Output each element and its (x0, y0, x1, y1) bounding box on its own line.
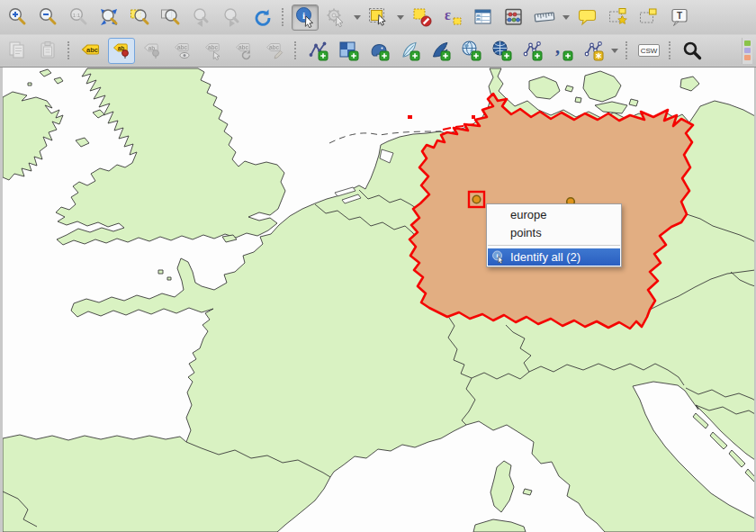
show-bookmarks-button[interactable] (635, 5, 662, 31)
deselect-features-icon (411, 6, 433, 28)
add-wms-layer-button[interactable] (457, 38, 484, 64)
show-hide-labels-button[interactable]: abc (169, 38, 196, 64)
context-menu-item-europe[interactable]: europe (487, 206, 621, 224)
add-raster-layer-button[interactable] (335, 38, 362, 64)
paste-style-icon (37, 40, 58, 61)
toolbar-overflow-button[interactable] (742, 38, 752, 64)
identify-features-button[interactable]: i (292, 5, 319, 31)
identify-context-menu: europe points i Identify all (2) (486, 203, 622, 267)
search-icon (681, 40, 703, 61)
svg-text:abc: abc (177, 44, 188, 50)
toolbar-separator (294, 41, 298, 59)
overflow-swatch-green (744, 41, 751, 46)
statistics-abacus-icon (503, 6, 525, 28)
new-bookmark-icon (608, 6, 629, 28)
statistical-summary-button[interactable] (500, 5, 527, 31)
select-by-expression-button[interactable]: ε (439, 5, 466, 31)
map-navigation-toolbar: 1:1 (0, 0, 756, 34)
add-vector-layer-button[interactable] (304, 38, 331, 64)
zoom-to-layer-button[interactable] (157, 5, 184, 31)
search-button[interactable] (679, 38, 706, 64)
toolbar-separator (626, 41, 629, 59)
context-menu-identify-all[interactable]: i Identify all (2) (488, 248, 620, 266)
svg-text:i: i (497, 252, 499, 258)
svg-text:i: i (302, 10, 305, 21)
zoom-out-button[interactable] (34, 5, 61, 31)
refresh-button[interactable] (248, 5, 275, 31)
zoom-full-extent-icon (98, 6, 120, 28)
add-spatialite-layer-button[interactable] (396, 38, 423, 64)
zoom-to-selection-icon (129, 6, 150, 28)
svg-text:abc: abc (238, 44, 249, 50)
paste-style-button[interactable] (34, 38, 61, 64)
toolbar-separator (669, 41, 672, 59)
attribute-table-icon (472, 6, 494, 28)
add-layer-dropdown[interactable] (611, 49, 618, 53)
add-wfs-layer-button[interactable] (518, 38, 545, 64)
pin-unpin-labels-button[interactable]: ab (108, 38, 135, 64)
zoom-actual-size-button[interactable]: 1:1 (65, 5, 92, 31)
zoom-in-icon (6, 6, 28, 28)
text-annotation-icon: T (669, 6, 690, 28)
map-tips-button[interactable] (574, 5, 601, 31)
add-wcs-layer-button[interactable] (488, 38, 515, 64)
add-spatialite-feather-icon (399, 40, 420, 61)
measure-ruler-icon (534, 6, 555, 28)
move-label-icon: abc (202, 40, 224, 61)
measure-dropdown[interactable] (562, 15, 570, 20)
zoom-last-icon (190, 6, 212, 28)
add-virtual-layer-button[interactable] (580, 38, 607, 64)
move-label-button[interactable]: abc (200, 38, 227, 64)
map-frame (0, 67, 756, 532)
add-delimited-text-layer-button[interactable]: , (549, 38, 576, 64)
zoom-in-button[interactable] (4, 5, 31, 31)
point-feature-1 (472, 195, 481, 203)
add-postgis-layer-button[interactable] (365, 38, 392, 64)
metasearch-csw-button[interactable]: CSW (635, 38, 662, 64)
select-expression-icon: ε (442, 6, 464, 28)
svg-text:ab: ab (148, 45, 156, 51)
measure-button[interactable] (531, 5, 558, 31)
svg-text:abc: abc (269, 44, 280, 50)
highlight-pinned-labels-button[interactable]: ab (139, 38, 166, 64)
add-delimited-text-comma-icon: , (552, 40, 573, 61)
svg-text:CSW: CSW (641, 47, 658, 55)
feature-action-dropdown[interactable] (354, 15, 361, 20)
identify-icon: i (294, 6, 316, 28)
select-features-button[interactable] (365, 5, 392, 31)
svg-text:abc: abc (208, 44, 219, 50)
svg-text:,: , (555, 40, 560, 57)
rotate-label-button[interactable]: abc (230, 38, 257, 64)
toolbar-separator (282, 8, 285, 26)
pin-labels-icon: ab (111, 40, 132, 61)
layer-labeling-options-button[interactable]: abc (77, 38, 104, 64)
pinned-labels-icon: ab (141, 40, 163, 61)
svg-text:ab: ab (118, 45, 125, 51)
run-feature-action-button[interactable] (322, 5, 349, 31)
open-attribute-table-button[interactable] (470, 5, 497, 31)
zoom-next-button[interactable] (218, 5, 245, 31)
deselect-features-button[interactable] (409, 5, 436, 31)
identify-all-icon: i (491, 250, 505, 264)
add-mssql-icon (429, 40, 451, 61)
zoom-to-selection-button[interactable] (126, 5, 153, 31)
feature-action-gear-icon (325, 6, 346, 28)
text-annotation-button[interactable]: T (666, 5, 693, 31)
add-mssql-layer-button[interactable] (427, 38, 454, 64)
add-wcs-globe-icon (490, 40, 512, 61)
context-menu-separator (488, 245, 620, 246)
context-menu-item-points[interactable]: points (487, 224, 621, 242)
refresh-icon (251, 6, 273, 28)
svg-text:1:1: 1:1 (73, 13, 81, 18)
zoom-full-extent-button[interactable] (95, 5, 122, 31)
select-features-dropdown[interactable] (397, 15, 404, 20)
change-label-button[interactable]: abc (261, 38, 288, 64)
map-canvas[interactable] (3, 68, 755, 532)
identify-all-label: Identify all (2) (510, 250, 580, 264)
map-tips-icon (577, 6, 598, 28)
zoom-last-button[interactable] (187, 5, 214, 31)
add-postgis-elephant-icon (368, 40, 390, 61)
new-bookmark-button[interactable] (605, 5, 632, 31)
svg-text:T: T (677, 11, 682, 21)
copy-style-button[interactable] (4, 38, 31, 64)
